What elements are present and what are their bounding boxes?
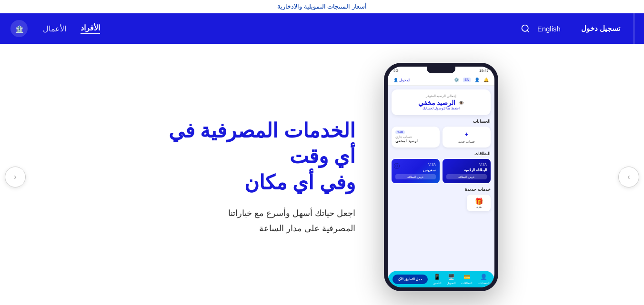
finance-nav-label: التمويل xyxy=(447,281,456,285)
bottom-nav-cards[interactable]: 💳 البطاقات xyxy=(461,274,473,285)
settings-icon: ⚙️ xyxy=(454,78,459,82)
view-card-btn-2[interactable]: عرض البطاقة xyxy=(395,174,436,179)
phone-bottom-nav: 👤 الحسابات 💳 البطاقات 🖥️ التمويل 📱 التأم… xyxy=(388,271,494,287)
download-app-button[interactable]: حمل التطبيق الآن xyxy=(392,275,428,284)
nav-left-group: تسجيل دخول English xyxy=(521,13,634,44)
gift-icon: 🎁 xyxy=(470,197,488,205)
card-name-1: البطاقة الرقمية xyxy=(446,168,487,172)
chevron-left-icon: ‹ xyxy=(14,173,16,181)
sar-badge: SAR xyxy=(395,130,405,134)
hero-subtitle-line2: المصرفية على مدار الساعة xyxy=(259,224,355,233)
chevron-right-icon: › xyxy=(627,173,630,181)
accounts-section-title: الحسابات xyxy=(392,119,491,124)
phone-time: 19:47 xyxy=(479,69,489,73)
insurance-nav-label: التأمين xyxy=(433,281,442,285)
phone-content-area: إجمالي الرصيد المتوفر 👁️ الرصيد مخفي اضغ… xyxy=(388,86,494,271)
hero-subtitle: اجعل حياتك أسهل وأسرع مع خياراتنا المصرف… xyxy=(146,206,355,236)
carousel-next-button[interactable]: › xyxy=(618,167,639,187)
phone-mockup-container: 19:47 5G 🔔 👤 EN ⚙️ الدخول 👤 xyxy=(384,63,498,291)
visa-label-2: VISA xyxy=(395,163,436,166)
bottom-nav-finance[interactable]: 🖥️ التمويل xyxy=(447,274,456,285)
gift-label: هدية xyxy=(470,205,488,208)
visa-card-digital[interactable]: VISA البطاقة الرقمية عرض البطاقة xyxy=(443,159,491,183)
visa-text-1: VISA xyxy=(479,163,487,166)
visa-card-safaris[interactable]: ◎ VISA سفريس عرض البطاقة xyxy=(392,159,440,183)
main-navigation: تسجيل دخول English الأفراد الأعمال 🏦 xyxy=(0,13,644,44)
services-row: 🎁 هدية xyxy=(392,195,491,211)
cards-nav-label: البطاقات xyxy=(461,281,473,285)
balance-hidden-text: الرصيد مخفي xyxy=(418,99,456,107)
lang-indicator: EN xyxy=(463,78,471,82)
svg-line-1 xyxy=(527,30,529,32)
top-banner: أسعار المنتجات التمويلية والادخارية xyxy=(0,0,644,13)
services-section-title: خدمات جديدة xyxy=(392,187,491,192)
cards-row: VISA البطاقة الرقمية عرض البطاقة ◎ VISA xyxy=(392,159,491,183)
bottom-nav-accounts[interactable]: 👤 الحسابات xyxy=(478,274,490,285)
card-name-2: سفريس xyxy=(395,168,436,172)
carousel-prev-button[interactable]: ‹ xyxy=(5,167,26,187)
new-account-card[interactable]: + حساب جديد xyxy=(443,127,491,148)
current-account-card[interactable]: SAR حساب جاري الرصيد المخفي xyxy=(392,127,440,148)
cards-section: البطاقات VISA البطاقة الرقمية عرض البطاق… xyxy=(392,151,491,183)
phone-nav-icons: 🔔 👤 EN ⚙️ xyxy=(454,78,489,82)
logo-container: 🏦 xyxy=(10,19,29,38)
gift-service-item[interactable]: 🎁 هدية xyxy=(467,195,491,211)
phone-inner-nav: 🔔 👤 EN ⚙️ الدخول 👤 xyxy=(388,75,494,86)
phone-signal: 5G xyxy=(393,69,399,73)
balance-card: إجمالي الرصيد المتوفر 👁️ الرصيد مخفي اضغ… xyxy=(392,89,491,115)
nav-right-group: الأفراد الأعمال 🏦 xyxy=(10,19,100,38)
phone-login-btn[interactable]: الدخول 👤 xyxy=(393,78,410,82)
bank-logo-icon: 🏦 xyxy=(10,19,29,38)
balance-access-link[interactable]: اضغط هنا للوصول لحسابك xyxy=(397,107,485,110)
login-button[interactable]: تسجيل دخول xyxy=(568,13,634,44)
cards-section-title: البطاقات xyxy=(392,151,491,156)
cards-icon: 💳 xyxy=(463,274,471,280)
phone-screen: 19:47 5G 🔔 👤 EN ⚙️ الدخول 👤 xyxy=(388,67,494,287)
balance-label-text: إجمالي الرصيد المتوفر xyxy=(397,94,485,98)
nav-link-individuals[interactable]: الأفراد xyxy=(80,23,100,34)
add-account-icon: + xyxy=(446,130,487,138)
accounts-row: + حساب جديد SAR حساب جاري الرصيد المخفي xyxy=(392,127,491,148)
accounts-nav-label: الحسابات xyxy=(478,281,490,285)
hero-title-line1: الخدمات المصرفية في أي وقت xyxy=(169,119,355,168)
visa-text-2: VISA xyxy=(428,163,436,166)
phone-notch xyxy=(427,67,455,73)
hero-title-line2: وفي أي مكان xyxy=(244,171,355,194)
bell-icon: 🔔 xyxy=(483,78,489,82)
accounts-icon: 👤 xyxy=(480,274,487,280)
new-account-label: حساب جديد xyxy=(446,140,487,144)
hide-balance-icon: 👁️ xyxy=(458,100,464,106)
search-icon xyxy=(521,24,530,33)
bottom-nav-insurance[interactable]: 📱 التأمين xyxy=(433,274,442,285)
current-account-label: حساب جاري xyxy=(395,135,412,139)
hero-title: الخدمات المصرفية في أي وقت وفي أي مكان xyxy=(146,118,355,196)
nav-link-business[interactable]: الأعمال xyxy=(43,24,66,33)
search-button[interactable] xyxy=(521,24,530,33)
insurance-icon: 📱 xyxy=(433,274,441,280)
banner-text: أسعار المنتجات التمويلية والادخارية xyxy=(277,3,367,10)
hero-text-block: الخدمات المصرفية في أي وقت وفي أي مكان ا… xyxy=(146,118,384,236)
language-button[interactable]: English xyxy=(537,25,561,33)
svg-text:🏦: 🏦 xyxy=(15,25,24,33)
user-icon: 👤 xyxy=(474,78,480,82)
visa-card-label: VISA xyxy=(446,163,487,166)
view-card-btn-1[interactable]: عرض البطاقة xyxy=(446,174,487,179)
hero-section: ‹ 19:47 5G 🔔 👤 EN ⚙️ ا xyxy=(0,44,644,305)
nav-links-list: الأفراد الأعمال xyxy=(43,23,100,34)
phone-frame: 19:47 5G 🔔 👤 EN ⚙️ الدخول 👤 xyxy=(384,63,498,291)
current-account-balance: الرصيد المخفي xyxy=(395,139,418,143)
hero-subtitle-line1: اجعل حياتك أسهل وأسرع مع خياراتنا xyxy=(228,208,355,218)
finance-icon: 🖥️ xyxy=(448,274,455,280)
